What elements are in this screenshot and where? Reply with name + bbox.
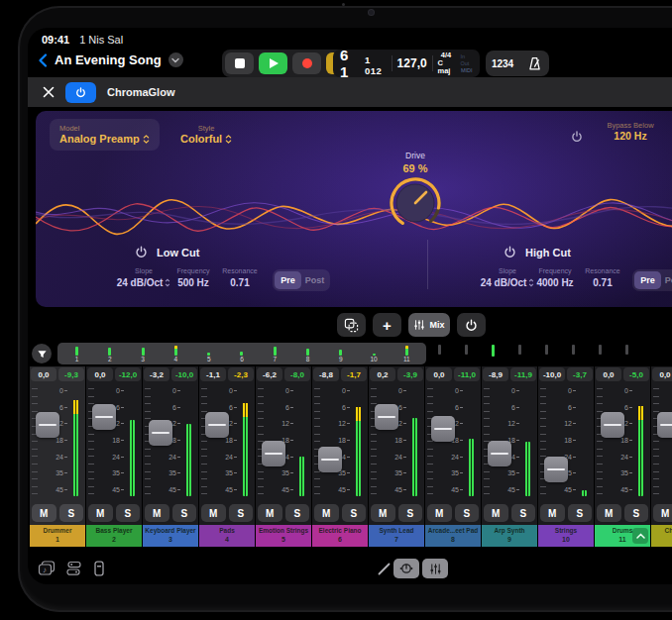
channel-chevron-up-button[interactable]: [632, 528, 648, 544]
overview-track[interactable]: 11: [391, 344, 423, 363]
solo-button[interactable]: S: [568, 504, 593, 522]
channel-name-tab[interactable]: Bass Player 2: [86, 525, 142, 547]
fader-track[interactable]: 061218243545: [425, 384, 481, 502]
add-track-button[interactable]: +: [373, 313, 401, 337]
peak-value[interactable]: -3,9: [397, 367, 423, 381]
solo-button[interactable]: S: [59, 504, 84, 522]
volume-value[interactable]: 0,0: [426, 367, 452, 381]
song-title[interactable]: An Evening Song: [55, 52, 162, 67]
fader-track[interactable]: 061218243545: [538, 384, 594, 502]
record-button[interactable]: [292, 52, 321, 74]
fader-handle[interactable]: [92, 404, 116, 430]
fader-track[interactable]: 061218243545: [651, 384, 672, 502]
mute-button[interactable]: M: [653, 504, 672, 522]
channel-name-tab[interactable]: Drummer 1: [30, 525, 85, 547]
volume-value[interactable]: 0,0: [87, 367, 113, 381]
low-cut-resonance[interactable]: Resonance 0.71: [211, 267, 269, 288]
fader-handle[interactable]: [431, 416, 455, 442]
controls-view-button[interactable]: [393, 559, 419, 578]
solo-button[interactable]: S: [285, 504, 310, 522]
fader-handle[interactable]: [544, 457, 568, 482]
mute-button[interactable]: M: [540, 504, 565, 522]
solo-button[interactable]: S: [398, 504, 423, 522]
mute-button[interactable]: M: [258, 504, 282, 522]
fader-track[interactable]: 061218243545: [482, 384, 537, 502]
lcd-display[interactable]: 6 1 1 012 127,0 4/4 C maj In Out MIDI: [333, 50, 480, 77]
overview-track[interactable]: 10: [357, 344, 390, 363]
mute-button[interactable]: M: [145, 504, 169, 522]
overview-track[interactable]: 3: [127, 344, 160, 363]
fader-handle[interactable]: [205, 412, 229, 438]
peak-value[interactable]: -1,7: [341, 367, 367, 381]
pre-button[interactable]: Pre: [275, 271, 301, 289]
volume-value[interactable]: 0,0: [652, 367, 672, 381]
channel-name-tab[interactable]: Arp Synth 9: [482, 525, 537, 547]
low-cut-power-icon[interactable]: [135, 246, 148, 258]
plugins-button[interactable]: [65, 561, 82, 576]
fader-handle[interactable]: [149, 420, 172, 446]
fader-track[interactable]: 061218243545: [143, 384, 198, 502]
overview-track[interactable]: 9: [324, 344, 357, 363]
overview-track[interactable]: 5: [192, 344, 225, 363]
fader-track[interactable]: 061218243545: [256, 384, 311, 502]
volume-value[interactable]: -10,0: [539, 367, 565, 381]
song-menu-chevron-icon[interactable]: [168, 52, 183, 67]
overview-track[interactable]: 1: [60, 344, 93, 363]
fader-handle[interactable]: [601, 412, 624, 438]
channel-name-tab[interactable]: Strings 10: [538, 525, 594, 547]
metronome-button[interactable]: [519, 51, 549, 76]
fader-handle[interactable]: [318, 447, 342, 472]
bypass-below-control[interactable]: Bypass Below 120 Hz: [589, 121, 672, 142]
solo-button[interactable]: S: [624, 504, 649, 522]
post-button[interactable]: Post: [661, 271, 672, 289]
mute-button[interactable]: M: [427, 504, 452, 522]
count-in-button[interactable]: 1234: [486, 51, 519, 76]
channel-name-tab[interactable]: Arcade...eet Pad 8: [425, 525, 481, 547]
volume-value[interactable]: -6,2: [257, 367, 282, 381]
channel-name-tab[interactable]: Drums 11: [595, 525, 650, 547]
peak-value[interactable]: -9,3: [58, 367, 84, 381]
mute-button[interactable]: M: [88, 504, 113, 522]
stop-button[interactable]: [225, 52, 254, 74]
back-chevron-icon[interactable]: [38, 53, 48, 67]
close-plugin-button[interactable]: [43, 86, 55, 98]
volume-value[interactable]: -8,8: [313, 367, 339, 381]
mute-button[interactable]: M: [371, 504, 395, 522]
mute-button[interactable]: M: [597, 504, 621, 522]
fader-track[interactable]: 061218243545: [312, 384, 368, 502]
overview-track[interactable]: 4: [160, 344, 192, 363]
filter-button[interactable]: [32, 344, 52, 363]
fader-track[interactable]: 061218243545: [86, 384, 142, 502]
overview-track[interactable]: 2: [93, 344, 126, 363]
peak-value[interactable]: -5,0: [623, 367, 649, 381]
plugin-power-button[interactable]: [65, 82, 96, 103]
overview-track[interactable]: 6: [225, 344, 258, 363]
fader-track[interactable]: 061218243545: [199, 384, 255, 502]
post-button[interactable]: Post: [301, 271, 328, 289]
solo-button[interactable]: S: [116, 504, 141, 522]
solo-button[interactable]: S: [455, 504, 480, 522]
overview-track-group[interactable]: 1234567891011: [57, 343, 426, 364]
duplicate-button[interactable]: [337, 313, 366, 337]
overview-track[interactable]: 8: [291, 344, 324, 363]
fader-handle[interactable]: [36, 412, 59, 438]
fader-handle[interactable]: [657, 412, 672, 438]
solo-button[interactable]: S: [229, 504, 254, 522]
peak-value[interactable]: -2,3: [228, 367, 254, 381]
peak-value[interactable]: -10,0: [171, 367, 197, 381]
channel-name-tab[interactable]: Keyboard Player 3: [143, 525, 198, 547]
volume-value[interactable]: 0,2: [370, 367, 395, 381]
fader-tool-button[interactable]: [93, 561, 105, 576]
pre-button[interactable]: Pre: [634, 271, 661, 289]
mute-button[interactable]: M: [314, 504, 339, 522]
solo-button[interactable]: S: [342, 504, 367, 522]
overview-track[interactable]: 7: [259, 344, 291, 363]
mixer-view-button[interactable]: [422, 559, 448, 578]
model-selector[interactable]: Model Analog Preamp: [50, 119, 160, 151]
solo-button[interactable]: S: [511, 504, 536, 522]
volume-value[interactable]: -1,1: [200, 367, 226, 381]
peak-value[interactable]: -3,7: [567, 367, 593, 381]
play-button[interactable]: [259, 52, 287, 74]
solo-button[interactable]: S: [172, 504, 197, 522]
peak-value[interactable]: -11,9: [510, 367, 536, 381]
